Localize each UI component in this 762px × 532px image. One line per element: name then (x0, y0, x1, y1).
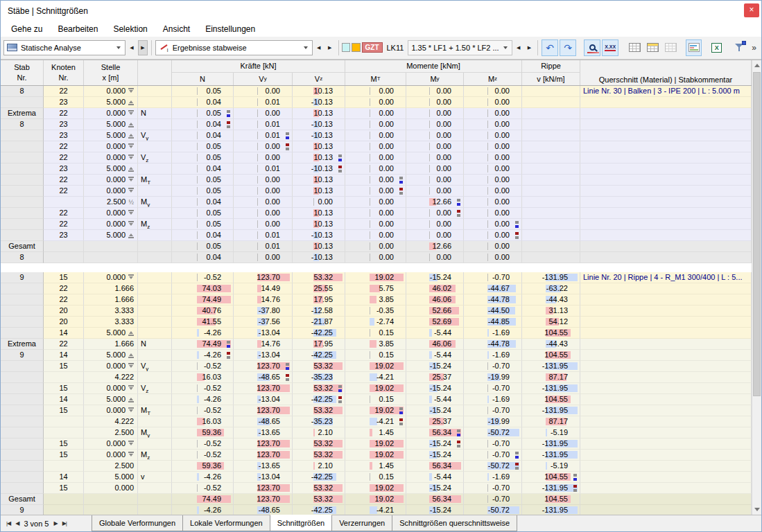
table-row[interactable]: 150.000Vz-0.52123.7053.3219.02-15.24-0.7… (1, 383, 752, 394)
knoten-cell (44, 372, 84, 383)
table-row[interactable]: 145.000-4.26-13.04-42.250.15-5.44-1.6910… (1, 394, 752, 405)
menu-einstellungen[interactable]: Einstellungen (198, 23, 263, 35)
tab-globale-verformungen[interactable]: Globale Verformungen (92, 515, 183, 531)
value-cell: 53.32 (293, 272, 345, 283)
table-row[interactable]: 235.0000.040.01-10.130.000.000.00 (1, 163, 752, 175)
menu-bearbeiten[interactable]: Bearbeiten (50, 23, 105, 35)
knoten-cell: 15 (44, 383, 84, 394)
col-header-extreme (138, 60, 172, 85)
filter-button[interactable] (731, 39, 748, 56)
table-row[interactable]: 235.000Vy0.040.01-10.130.000.000.00 (1, 130, 752, 141)
next-table-button[interactable]: ▶ (53, 520, 57, 526)
menu-ansicht[interactable]: Ansicht (155, 23, 198, 35)
table-row[interactable]: 80.040.00-10.130.000.000.00 (1, 252, 752, 263)
extreme-type-cell (138, 328, 172, 339)
load-next-button[interactable]: ▶ (525, 40, 535, 55)
table-row[interactable]: 150.000MT-0.52123.7053.3219.02-15.24-0.7… (1, 405, 752, 416)
value-cell: 2.10 (293, 461, 345, 472)
table-row[interactable]: 2.500My59.36-13.652.101.4556.34-50.72-5.… (1, 427, 752, 438)
table-row[interactable]: Gesamt0.050.0110.130.0012.660.00 (1, 241, 752, 252)
table-row[interactable]: 221.66674.0314.4925.555.7546.02-44.67-63… (1, 283, 752, 294)
results-prev-button[interactable]: ◀ (314, 40, 324, 55)
table-row[interactable]: Gesamt74.49123.7053.3219.0256.34-0.70104… (1, 494, 752, 505)
table-row[interactable]: Extrema220.000N0.050.0010.130.000.000.00 (1, 108, 752, 119)
analysis-prev-button[interactable]: ◀ (127, 40, 137, 55)
color-bars-button[interactable] (686, 39, 702, 56)
table-row[interactable]: 203.33341.55-37.56-21.87-2.7452.69-44.85… (1, 317, 752, 328)
tab-lokale-verformungen[interactable]: Lokale Verformungen (182, 515, 270, 531)
magnifier-icon (589, 44, 596, 51)
excel-export-button[interactable] (709, 39, 725, 56)
table-row[interactable]: 9-4.26-48.65-42.25-4.21-15.24-50.72-131.… (1, 505, 752, 515)
table-row[interactable]: 4.22216.03-48.65-35.23-4.2125.37-19.9987… (1, 416, 752, 427)
table-row[interactable]: 9150.000-0.52123.7053.3219.02-15.24-0.70… (1, 272, 752, 283)
table-row[interactable]: 4.22216.03-48.65-35.23-4.2125.37-19.9987… (1, 372, 752, 383)
stelle-cell: 5.000 (84, 472, 138, 483)
tab-schnittgrößen-querschnittsweise[interactable]: Schnittgrößen querschnittsweise (392, 515, 517, 531)
row-group-cell (1, 97, 44, 108)
last-table-button[interactable]: ▶| (62, 520, 67, 526)
table-row[interactable]: 9145.000-4.26-13.04-42.250.15-5.44-1.691… (1, 350, 752, 361)
table-row[interactable]: 150.000Mz-0.52123.7053.3219.02-15.24-0.7… (1, 450, 752, 461)
load-prev-button[interactable]: ◀ (514, 40, 523, 55)
value-cell: 52.66 (406, 305, 464, 317)
table-filter-button[interactable] (644, 39, 661, 56)
table-row[interactable]: 150.000-0.52123.7053.3219.02-15.24-0.70-… (1, 438, 752, 450)
knoten-cell: 22 (44, 283, 84, 294)
value-cell: -10.13 (293, 130, 345, 141)
table-row[interactable]: 220.000Vz0.050.0010.130.000.000.00 (1, 152, 752, 163)
table-row[interactable]: Extrema221.666N74.4914.7617.953.8546.06-… (1, 339, 752, 350)
table-row[interactable]: 220.000MT0.050.0010.130.000.000.00 (1, 175, 752, 186)
table-row[interactable]: 145.000v-4.26-13.04-42.250.15-5.44-1.691… (1, 472, 752, 483)
prev-table-button[interactable]: ◀ (15, 520, 19, 526)
results-next-button[interactable]: ▶ (325, 40, 335, 55)
table-row[interactable]: 220.0000.050.0010.130.000.000.00 (1, 186, 752, 197)
table-row[interactable]: 8235.0000.040.01-10.130.000.000.00 (1, 119, 752, 130)
value-cell: 123.70 (234, 361, 293, 372)
tab-schnittgrößen[interactable]: Schnittgrößen (270, 515, 332, 531)
scrollbar-thumb[interactable] (753, 72, 761, 396)
value-cell: 0.00 (345, 186, 406, 197)
table-row[interactable]: 221.66674.4914.7617.953.8546.06-44.78-44… (1, 294, 752, 305)
first-table-button[interactable]: |◀ (6, 520, 10, 526)
triangle-down-icon (754, 508, 760, 511)
table-row[interactable]: 235.0000.040.01-10.130.000.000.00 (1, 230, 752, 241)
result-diagram-button[interactable] (584, 39, 600, 56)
table-position-label: 3 von 5 (24, 520, 49, 528)
analysis-combo[interactable]: Statische Analyse (3, 40, 125, 55)
jump-back-button[interactable]: ↶ (542, 39, 558, 56)
table-row[interactable]: 2.50059.36-13.652.101.4556.34-50.72-5.19 (1, 461, 752, 472)
value-cell: 0.04 (172, 97, 234, 108)
menu-gehe-zu[interactable]: Gehe zu (3, 23, 50, 35)
stelle-cell: 3.333 (84, 305, 138, 317)
table-row[interactable]: 8220.0000.050.0010.130.000.000.00Linie N… (1, 86, 752, 97)
scroll-up-button[interactable] (752, 60, 761, 71)
toolbar-overflow-button[interactable]: » (750, 43, 759, 53)
value-cell: -44.78 (464, 294, 522, 305)
table-row[interactable]: 2.500½My0.040.000.000.0012.660.00 (1, 197, 752, 208)
jump-forward-button[interactable]: ↷ (560, 39, 576, 56)
table-row[interactable]: 220.0000.050.0010.130.000.000.00 (1, 141, 752, 152)
table-view-button[interactable] (626, 39, 643, 56)
scroll-down-button[interactable] (752, 504, 761, 515)
vertical-scrollbar[interactable] (752, 60, 761, 515)
table-row[interactable]: 220.0000.050.0010.130.000.000.00 (1, 208, 752, 219)
value-cell: -10.13 (293, 119, 345, 130)
load-combination-combo[interactable]: 1.35 * LF1 + 1.50 * LF2 ... (408, 40, 512, 55)
value-cell: -4.21 (345, 372, 406, 383)
value-cell: 16.03 (172, 372, 234, 383)
value-cell: -131.95 (522, 450, 580, 461)
max-marker (338, 385, 342, 392)
table-row[interactable]: 150.000-0.52123.7053.3219.02-15.24-0.70-… (1, 483, 752, 494)
results-combo[interactable]: Ergebnisse stabweise (155, 40, 313, 55)
table-row[interactable]: 145.000-4.26-13.04-42.250.15-5.44-1.6910… (1, 328, 752, 339)
show-values-button[interactable]: X.XX (602, 39, 618, 56)
tab-verzerrungen[interactable]: Verzerrungen (331, 515, 392, 531)
table-row[interactable]: 203.33340.76-37.80-12.58-0.3552.66-44.50… (1, 305, 752, 317)
table-row[interactable]: 235.0000.040.01-10.130.000.000.00 (1, 97, 752, 108)
menu-selektion[interactable]: Selektion (105, 23, 155, 35)
table-row[interactable]: 220.000Mz0.050.0010.130.000.000.00 (1, 219, 752, 230)
analysis-next-button[interactable]: ▶ (138, 40, 148, 55)
table-row[interactable]: 150.000Vy-0.52123.7053.3219.02-15.24-0.7… (1, 361, 752, 372)
close-button[interactable]: × (744, 3, 759, 17)
